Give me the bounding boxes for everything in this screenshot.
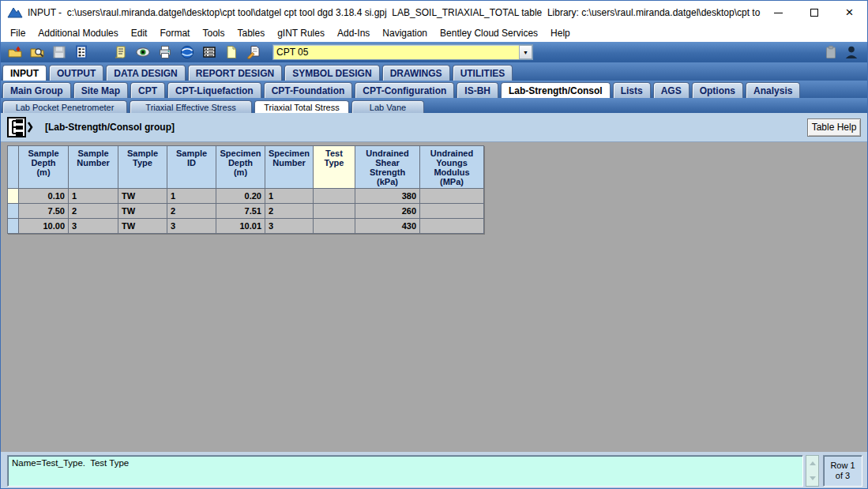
maximize-button[interactable] [796,1,832,24]
open-folder-icon [8,45,22,59]
tab-report-design[interactable]: REPORT DESIGN [188,65,282,81]
cell-undrained-shear-strength-row2[interactable]: 260 [355,204,420,219]
menu-help[interactable]: Help [544,25,577,41]
row-selector[interactable] [8,219,19,234]
cell-sample-number-row3[interactable]: 3 [69,219,118,234]
cell-sample-depth-row1[interactable]: 0.10 [19,189,69,204]
table-row: 7.502TW27.512260 [8,204,484,219]
menu-add-ins[interactable]: Add-Ins [331,25,376,41]
data-table: Sample Depth (m)Sample NumberSample Type… [7,145,484,234]
tab-cpt-foundation[interactable]: CPT-Foundation [264,82,353,98]
user-profile-button[interactable] [842,43,861,61]
subtab-triaxial-effective-stress[interactable]: Triaxial Effective Stress [130,100,252,113]
forms-button[interactable] [72,43,91,61]
row-selector[interactable] [8,204,19,219]
cell-specimen-number-row2[interactable]: 2 [265,204,314,219]
menu-bentley-cloud-services[interactable]: Bentley Cloud Services [434,25,544,41]
menu-additional-modules[interactable]: Additional Modules [32,25,124,41]
cell-specimen-depth-row3[interactable]: 10.01 [216,219,265,234]
tab-cpt-liquefaction[interactable]: CPT-Liquefaction [167,82,261,98]
cell-sample-number-row2[interactable]: 2 [69,204,118,219]
cell-undrained-shear-strength-row1[interactable]: 380 [355,189,420,204]
toolbar-buttons [6,43,266,61]
tab-utilities[interactable]: UTILITIES [453,65,513,81]
tab-lists[interactable]: Lists [613,82,651,98]
cell-sample-id-row2[interactable]: 2 [167,204,216,219]
earth-export-button[interactable] [178,43,197,61]
toolbar: CPT 05 ▼ [1,42,867,62]
subtab-triaxial-total-stress[interactable]: Triaxial Total Stress [254,100,349,113]
cell-undrained-youngs-modulus-row1[interactable] [420,189,484,204]
row-selector[interactable] [8,189,19,204]
menu-gint-rules[interactable]: gINT Rules [271,25,331,41]
preview-button[interactable] [133,43,152,61]
cell-specimen-depth-row2[interactable]: 7.51 [216,204,265,219]
cell-sample-depth-row2[interactable]: 7.50 [19,204,69,219]
tab-main-group[interactable]: Main Group [2,82,71,98]
scroll-down-button[interactable] [806,471,818,486]
tab-input[interactable]: INPUT [2,65,47,81]
paste-button[interactable] [821,43,840,61]
cell-test-type-row2[interactable] [314,204,355,219]
cell-sample-depth-row3[interactable]: 10.00 [19,219,69,234]
group-tab-row: Main GroupSite MapCPTCPT-LiquefactionCPT… [1,81,867,98]
tab-drawings[interactable]: DRAWINGS [382,65,450,81]
minimize-button[interactable] [761,1,796,24]
tab-site-map[interactable]: Site Map [73,82,128,98]
cell-sample-number-row1[interactable]: 1 [69,189,118,204]
save-button[interactable] [50,43,69,61]
data-table-icon [202,45,216,59]
scroll-up-button[interactable] [806,456,818,471]
row-indicator: Row 1 of 3 [823,455,862,487]
cell-test-type-row1[interactable] [314,189,355,204]
column-header-sample-id: Sample ID [167,146,216,189]
browse-project-button[interactable] [28,43,47,61]
tab-analysis[interactable]: Analysis [746,82,800,98]
tab-data-design[interactable]: DATA DESIGN [106,65,185,81]
report-button[interactable] [111,43,130,61]
new-document-button[interactable] [222,43,241,61]
edit-record-button[interactable] [244,43,263,61]
group-tree-icon[interactable] [7,117,34,137]
cell-specimen-depth-row1[interactable]: 0.20 [216,189,265,204]
close-button[interactable]: × [832,1,867,24]
tab-is-bh[interactable]: IS-BH [457,82,498,98]
cell-undrained-youngs-modulus-row2[interactable] [420,204,484,219]
table-help-button[interactable]: Table Help [807,118,861,137]
cell-test-type-row3[interactable] [314,219,355,234]
table-tab-row: Lab Pocket PenetrometerTriaxial Effectiv… [1,98,867,113]
menu-navigation[interactable]: Navigation [376,25,434,41]
tab-options[interactable]: Options [692,82,743,98]
tab-cpt[interactable]: CPT [130,82,165,98]
chevron-down-icon [810,476,816,480]
menu-tables[interactable]: Tables [231,25,271,41]
tab-lab-strength-consol[interactable]: Lab-Strength/Consol [501,82,611,98]
cell-undrained-shear-strength-row3[interactable]: 430 [355,219,420,234]
menu-tools[interactable]: Tools [196,25,231,41]
menu-edit[interactable]: Edit [125,25,154,41]
tab-cpt-configuration[interactable]: CPT-Configuration [355,82,454,98]
menu-file[interactable]: File [4,25,32,41]
tab-output[interactable]: OUTPUT [49,65,103,81]
menu-format[interactable]: Format [153,25,196,41]
print-button[interactable] [156,43,175,61]
cell-specimen-number-row3[interactable]: 3 [265,219,314,234]
open-project-button[interactable] [6,43,24,61]
form-list-icon [74,45,88,59]
borehole-selector[interactable]: CPT 05 ▼ [272,44,533,60]
cell-sample-type-row1[interactable]: TW [118,189,167,204]
cell-sample-id-row1[interactable]: 1 [167,189,216,204]
combo-dropdown-button[interactable]: ▼ [519,45,532,59]
tab-ags[interactable]: AGS [653,82,690,98]
cell-sample-type-row2[interactable]: TW [118,204,167,219]
subtab-lab-pocket-penetrometer[interactable]: Lab Pocket Penetrometer [2,100,127,113]
cell-sample-type-row3[interactable]: TW [118,219,167,234]
tab-symbol-design[interactable]: SYMBOL DESIGN [284,65,379,81]
subtab-lab-vane[interactable]: Lab Vane [351,100,424,113]
table-view-button[interactable] [200,43,219,61]
cell-undrained-youngs-modulus-row3[interactable] [420,219,484,234]
cell-sample-id-row3[interactable]: 3 [167,219,216,234]
cell-specimen-number-row1[interactable]: 1 [265,189,314,204]
row-indicator-line2: of 3 [836,471,850,481]
status-bar: Name=Test_Type. Test Type Row 1 of 3 [1,452,867,489]
